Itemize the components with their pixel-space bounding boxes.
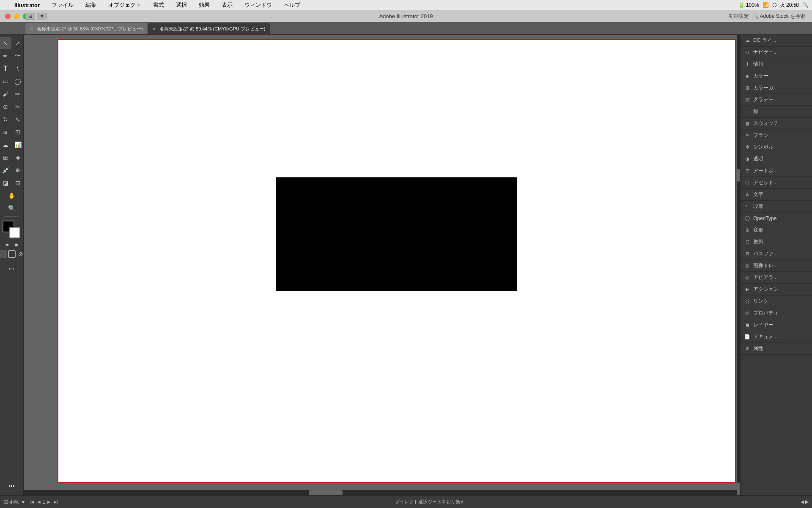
tab-document-1[interactable]: ✕ 名称未設定-1* @ 50.88% (CMYK/GPU プレビュー) <box>25 23 147 34</box>
zoom-dropdown[interactable]: ▼ <box>21 500 25 505</box>
ellipse-tool[interactable]: ◯ <box>12 75 24 87</box>
graph-tool[interactable]: 📊 <box>12 139 24 151</box>
menu-edit[interactable]: 編集 <box>83 0 99 10</box>
tab-close-2[interactable]: ✕ <box>152 26 156 32</box>
line-segment-tool[interactable]: \ <box>12 63 24 75</box>
panel-item-attributes[interactable]: ⚙ 属性 <box>741 343 812 355</box>
selection-tool[interactable]: ↖ <box>0 37 11 49</box>
swap-colors[interactable]: ⇄ <box>3 241 11 248</box>
panel-item-artboards[interactable]: ⊡ アートボ... <box>741 165 812 177</box>
scale-tool[interactable]: ⤡ <box>12 113 24 125</box>
panel-item-paragraph[interactable]: ¶ 段落 <box>741 201 812 213</box>
panel-item-color-guide[interactable]: ▦ カラーガ... <box>741 82 812 94</box>
panel-item-actions[interactable]: ▶ アクション <box>741 284 812 295</box>
scissors-tool[interactable]: ✂ <box>12 101 24 113</box>
canvas-area[interactable] <box>24 35 740 495</box>
eyedropper-tool[interactable]: 💉 <box>0 164 11 176</box>
panel-label-links: リンク <box>753 298 809 305</box>
artboard-tool[interactable]: ◪ <box>0 177 11 189</box>
zoom-tool[interactable]: 🔍 <box>6 202 18 214</box>
rectangle-tool[interactable]: ▭ <box>0 75 11 87</box>
workspace-dropdown[interactable]: 初期設定 <box>729 13 749 20</box>
black-rectangle[interactable] <box>276 177 517 291</box>
artboard[interactable] <box>58 39 736 483</box>
stroke-mode[interactable] <box>8 250 16 258</box>
minimize-button[interactable] <box>14 14 19 19</box>
panel-item-appearance[interactable]: ◎ アピアラ... <box>741 272 812 284</box>
panel-item-assets[interactable]: ⬡ アセット... <box>741 177 812 189</box>
pen-tool[interactable]: ✒ <box>0 50 11 62</box>
stroke-color[interactable] <box>9 227 20 238</box>
symbol-sprayer-tool[interactable]: ☁ <box>0 139 11 151</box>
horizontal-scrollbar[interactable] <box>24 490 737 495</box>
nav-next[interactable]: ▶ <box>47 500 52 504</box>
direct-selection-tool[interactable]: ↗ <box>12 37 24 49</box>
tab-document-2[interactable]: ✕ 名称未設定-2* @ 59.44% (CMYK/GPU プレビュー) <box>148 23 270 34</box>
panel-item-opentype[interactable]: ◯ OpenType <box>741 213 812 224</box>
hscroll-thumb[interactable] <box>309 490 343 495</box>
menu-illustrator[interactable]: Illustrator <box>12 1 42 9</box>
menu-help[interactable]: ヘルプ <box>281 0 303 10</box>
menu-type[interactable]: 書式 <box>151 0 167 10</box>
change-screen-mode[interactable]: ▭ <box>6 262 18 274</box>
slice-tool[interactable]: ⊟ <box>12 177 24 189</box>
menu-select[interactable]: 選択 <box>173 0 189 10</box>
warp-tool[interactable]: ≋ <box>0 126 11 138</box>
view-control-1[interactable]: ⊟ <box>25 13 35 20</box>
menu-view[interactable]: 表示 <box>219 0 235 10</box>
panel-item-transform[interactable]: ⊞ 変形 <box>741 224 812 236</box>
panel-item-info[interactable]: ℹ 情報 <box>741 58 812 70</box>
tab-close-1[interactable]: ✕ <box>30 26 33 32</box>
nav-first[interactable]: |◀ <box>29 500 35 504</box>
panel-item-pathfinder[interactable]: ⊠ パスファ... <box>741 248 812 260</box>
panel-item-links[interactable]: ⛓ リンク <box>741 295 812 307</box>
panel-icon-gradient: ▤ <box>744 97 751 103</box>
search-stock[interactable]: 🔍 Adobe Stock を検索 <box>752 13 805 20</box>
none-mode[interactable]: ⊘ <box>17 250 25 258</box>
menu-file[interactable]: ファイル <box>49 0 76 10</box>
panel-item-gradient[interactable]: ▤ グラデー... <box>741 94 812 106</box>
panel-item-align[interactable]: ⊟ 整列 <box>741 236 812 248</box>
panel-item-transparency[interactable]: ◑ 透明 <box>741 153 812 165</box>
color-swatches[interactable] <box>3 221 21 239</box>
more-tools-button[interactable]: ••• <box>6 480 18 492</box>
mesh-tool[interactable]: ⊞ <box>0 152 11 163</box>
eraser-tool[interactable]: ⊘ <box>0 101 11 113</box>
nav-last[interactable]: ▶| <box>53 500 59 504</box>
panel-label-transform: 変形 <box>753 226 809 234</box>
panel-item-layers[interactable]: ◼ レイヤー <box>741 319 812 331</box>
menu-object[interactable]: オブジェクト <box>106 0 144 10</box>
menubar-search[interactable]: 🔍 <box>802 2 809 8</box>
panel-item-navigator[interactable]: ◎ ナビゲー... <box>741 47 812 58</box>
panel-item-cc-libraries[interactable]: ☁ CC ライ... <box>741 35 812 47</box>
fill-mode[interactable] <box>0 250 7 258</box>
panel-item-image-trace[interactable]: ◎ 画像トレ... <box>741 260 812 272</box>
blend-tool[interactable]: ⊕ <box>12 164 24 176</box>
panel-icon-info: ℹ <box>744 61 751 68</box>
pencil-tool[interactable]: ✏ <box>12 88 24 100</box>
menu-effect[interactable]: 効果 <box>196 0 212 10</box>
panel-item-document-info[interactable]: 📄 ドキュメ... <box>741 331 812 343</box>
default-colors[interactable]: ◼ <box>12 241 20 248</box>
hand-tool[interactable]: ✋ <box>6 190 18 202</box>
nav-prev[interactable]: ◀ <box>36 500 41 504</box>
panel-item-character[interactable]: A 文字 <box>741 189 812 201</box>
curvature-tool[interactable]: 〜 <box>12 50 24 62</box>
gradient-tool[interactable]: ◈ <box>12 152 24 163</box>
menu-window[interactable]: ウィンドウ <box>242 0 274 10</box>
panel-item-stroke[interactable]: ≡ 線 <box>741 106 812 118</box>
free-transform-tool[interactable]: ⊡ <box>12 126 24 138</box>
view-control-2[interactable]: ▼ <box>37 13 47 19</box>
panel-item-properties[interactable]: ◎ プロパティ <box>741 307 812 319</box>
type-tool[interactable]: T <box>0 63 11 75</box>
panel-item-color[interactable]: ■ カラー <box>741 70 812 82</box>
panel-item-symbols[interactable]: ❋ シンボル <box>741 141 812 153</box>
vertical-scrollbar[interactable] <box>737 35 740 483</box>
panel-item-swatches[interactable]: ▦ スウォッチ <box>741 118 812 130</box>
close-button[interactable] <box>5 14 11 19</box>
paintbrush-tool[interactable]: 🖌 <box>0 88 11 100</box>
panel-icon-transparency: ◑ <box>744 156 751 163</box>
rotate-tool[interactable]: ↻ <box>0 113 11 125</box>
panel-item-brushes[interactable]: ✏ ブラシ <box>741 130 812 141</box>
vscroll-thumb[interactable] <box>737 169 740 182</box>
